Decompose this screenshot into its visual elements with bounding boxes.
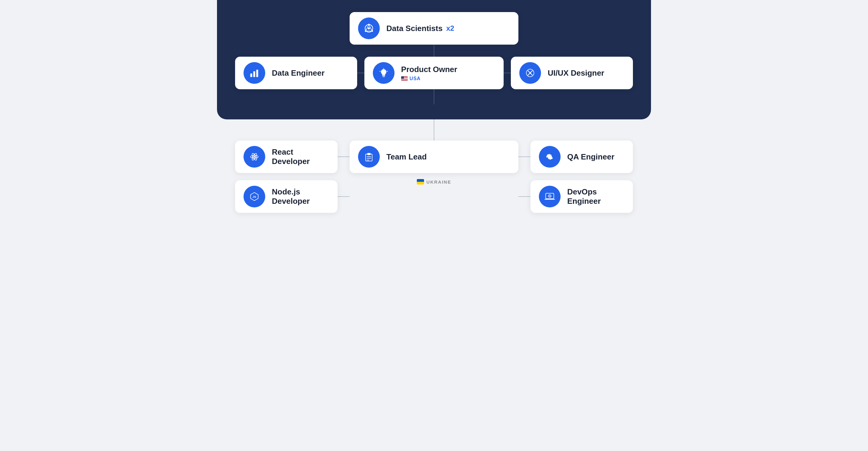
react-icon [244, 146, 265, 168]
svg-rect-26 [367, 153, 371, 155]
svg-point-5 [368, 24, 370, 25]
data-engineer-label: Data Engineer [272, 68, 324, 78]
team-lead-icon [358, 146, 380, 168]
data-engineer-icon [244, 62, 265, 84]
qa-label: QA Engineer [567, 152, 615, 161]
devops-label: DevOps Engineer [567, 187, 624, 206]
data-scientists-icon [358, 18, 380, 39]
react-developer-card: React Developer [235, 141, 338, 173]
ukraine-label: UKRAINE [427, 179, 451, 184]
qa-icon [539, 146, 561, 168]
product-owner-label: Product Owner [401, 65, 457, 74]
data-scientists-label: Data Scientists [386, 24, 442, 33]
svg-rect-12 [382, 77, 385, 77]
nodejs-icon: JS [244, 186, 265, 207]
team-lead-card: Team Lead [350, 141, 518, 173]
nodejs-label: Node.js Developer [272, 187, 329, 206]
react-developer-label: React Developer [272, 147, 329, 166]
devops-engineer-card: DevOps Engineer [530, 180, 633, 213]
usa-label: USA [410, 76, 421, 81]
svg-point-23 [253, 156, 255, 157]
product-owner-card: Product Owner USA [364, 57, 504, 89]
svg-rect-10 [256, 70, 258, 77]
data-scientists-badge: x2 [446, 24, 454, 33]
svg-rect-8 [250, 73, 252, 77]
svg-rect-11 [382, 76, 385, 76]
svg-point-1 [368, 27, 370, 29]
devops-icon [539, 186, 561, 207]
svg-point-19 [529, 72, 531, 73]
qa-engineer-card: QA Engineer [530, 141, 633, 173]
uiux-designer-card: UI/UX Designer [511, 57, 633, 89]
uiux-icon [519, 62, 541, 84]
nodejs-developer-card: JS Node.js Developer [235, 180, 338, 213]
team-lead-label: Team Lead [386, 152, 427, 161]
data-scientists-card: Data Scientists x2 [350, 12, 518, 44]
product-owner-icon [373, 62, 395, 84]
svg-text:JS: JS [253, 195, 256, 199]
uiux-label: UI/UX Designer [548, 68, 604, 78]
svg-point-33 [549, 196, 550, 197]
svg-point-6 [365, 30, 367, 32]
data-engineer-card: Data Engineer [235, 57, 357, 89]
svg-rect-9 [253, 71, 255, 77]
svg-point-7 [371, 30, 373, 32]
